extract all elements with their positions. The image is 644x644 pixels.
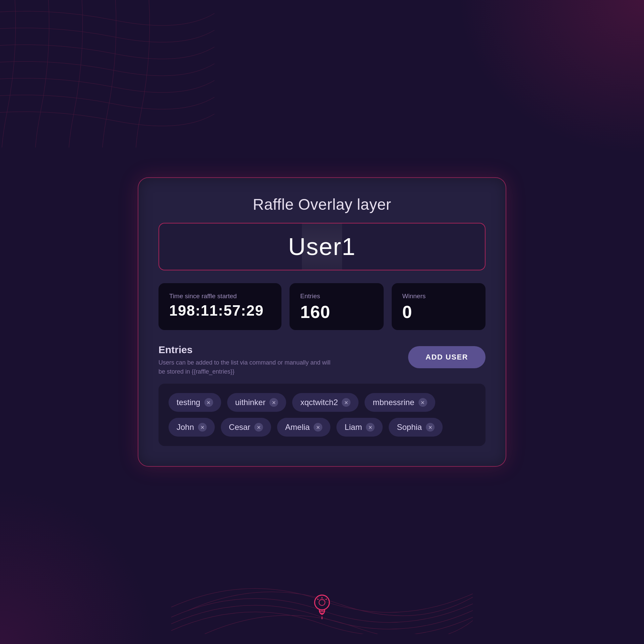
entries-section: Entries Users can be added to the list v…: [158, 344, 486, 446]
bottom-logo: [310, 592, 334, 621]
winners-label: Winners: [402, 293, 426, 300]
entry-tag[interactable]: mbnessrine✕: [365, 393, 435, 412]
bg-lines-bottom: [171, 550, 473, 634]
time-value: 198:11:57:29: [169, 303, 264, 318]
entry-tag-remove-button[interactable]: ✕: [254, 423, 263, 432]
entries-heading: Entries: [158, 344, 408, 356]
svg-line-5: [326, 599, 327, 600]
entry-tag-remove-button[interactable]: ✕: [426, 423, 435, 432]
bg-glow-top-right: [443, 0, 644, 168]
card-title: Raffle Overlay layer: [158, 195, 486, 213]
stat-card-entries: Entries 160: [289, 283, 383, 330]
entry-tag-label: uithinker: [235, 398, 266, 407]
stat-card-winners: Winners 0: [392, 283, 486, 330]
entry-tag-remove-button[interactable]: ✕: [366, 423, 375, 432]
entry-tag-label: John: [177, 423, 194, 432]
entry-tag[interactable]: Cesar✕: [221, 418, 271, 437]
entry-tag-label: Cesar: [229, 423, 250, 432]
entry-tag[interactable]: Liam✕: [336, 418, 383, 437]
winners-value: 0: [402, 303, 412, 321]
main-card: Raffle Overlay layer User1 Time since ra…: [138, 177, 506, 467]
entries-text-group: Entries Users can be added to the list v…: [158, 344, 408, 376]
entry-tag-remove-button[interactable]: ✕: [269, 398, 278, 407]
entry-tag[interactable]: Amelia✕: [277, 418, 330, 437]
bulb-icon: [310, 592, 334, 619]
entry-tag[interactable]: xqctwitch2✕: [292, 393, 359, 412]
entries-list: testing✕uithinker✕xqctwitch2✕mbnessrine✕…: [158, 384, 486, 446]
add-user-button[interactable]: ADD USER: [408, 346, 486, 368]
entry-tag-label: Liam: [344, 423, 362, 432]
stats-row: Time since raffle started 198:11:57:29 E…: [158, 283, 486, 330]
stat-card-time: Time since raffle started 198:11:57:29: [158, 283, 281, 330]
entries-header: Entries Users can be added to the list v…: [158, 344, 486, 376]
entry-tag[interactable]: uithinker✕: [227, 393, 286, 412]
bg-glow-bottom-left: [0, 476, 168, 644]
entry-tag[interactable]: Sophia✕: [389, 418, 443, 437]
entries-description: Users can be added to the list via comma…: [158, 358, 333, 376]
entries-label: Entries: [300, 293, 320, 300]
time-label: Time since raffle started: [169, 293, 237, 300]
entry-tag-label: Sophia: [397, 423, 422, 432]
entry-tag-remove-button[interactable]: ✕: [418, 398, 427, 407]
entry-tag-remove-button[interactable]: ✕: [342, 398, 350, 407]
entry-tag-remove-button[interactable]: ✕: [198, 423, 207, 432]
winner-display: User1: [158, 223, 486, 270]
entry-tag-remove-button[interactable]: ✕: [204, 398, 213, 407]
entry-tag-remove-button[interactable]: ✕: [314, 423, 322, 432]
entry-tag-label: testing: [177, 398, 200, 407]
entry-tag-label: Amelia: [285, 423, 310, 432]
svg-point-3: [319, 599, 325, 605]
entry-tag[interactable]: John✕: [169, 418, 215, 437]
entry-tag-label: xqctwitch2: [300, 398, 338, 407]
entries-value: 160: [300, 303, 330, 321]
entry-tag[interactable]: testing✕: [169, 393, 221, 412]
svg-line-6: [317, 599, 318, 600]
entry-tag-label: mbnessrine: [373, 398, 414, 407]
winner-name: User1: [173, 233, 471, 260]
bg-lines-top-left: [0, 0, 214, 147]
